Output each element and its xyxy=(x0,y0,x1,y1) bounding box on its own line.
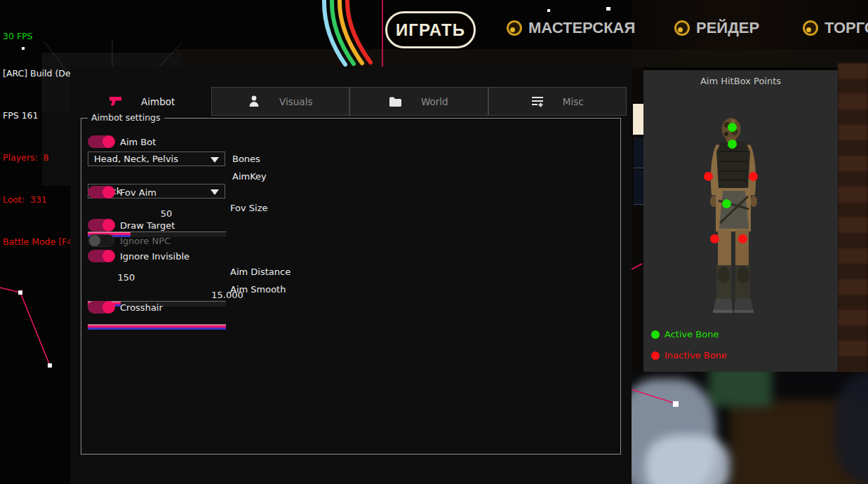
aim-bot-row: Aim Bot xyxy=(88,135,156,148)
active-bone-dot-icon xyxy=(651,330,660,339)
hitbox-point-left-shoulder xyxy=(704,172,713,181)
person-icon xyxy=(248,95,260,108)
hitbox-preview-panel: Aim HitBox Points xyxy=(643,70,838,372)
background-scene xyxy=(625,372,868,484)
hitbox-point-head xyxy=(728,123,737,132)
toggle-knob xyxy=(102,186,115,199)
fov-aim-row: Fov Aim xyxy=(88,186,156,199)
tab-label: Aimbot xyxy=(141,96,175,107)
aim-smooth-slider[interactable] xyxy=(88,324,226,330)
sliders-icon xyxy=(531,95,544,108)
nav-item-label: ТОРГО xyxy=(824,19,868,37)
ignore-npc-label: Ignore NPC xyxy=(120,236,171,246)
cheat-menu-window: Aimbot Visuals World Misc xyxy=(70,67,632,484)
legend-inactive-bone: Inactive Bone xyxy=(651,350,727,361)
folder-icon xyxy=(389,95,402,108)
fov-size-value: 50 xyxy=(156,208,177,219)
aim-smooth-label: Aim Smooth xyxy=(230,284,286,295)
background-band xyxy=(175,49,868,67)
coin-icon xyxy=(803,20,818,36)
bones-dropdown-value: Head, Neck, Pelvis xyxy=(94,154,178,164)
nav-item-workshop[interactable]: МАСТЕРСКАЯ xyxy=(507,19,635,37)
draw-target-row: Draw Target xyxy=(88,219,175,231)
toggle-knob xyxy=(102,219,115,231)
fov-size-label: Fov Size xyxy=(230,203,267,213)
hitbox-point-right-shoulder xyxy=(749,172,758,181)
draw-target-label: Draw Target xyxy=(120,220,175,231)
ignore-invisible-toggle[interactable] xyxy=(88,250,114,262)
draw-target-toggle[interactable] xyxy=(88,219,114,231)
aim-distance-value: 150 xyxy=(112,272,140,283)
nav-item-label: РЕЙДЕР xyxy=(696,19,759,37)
ignore-npc-row: Ignore NPC xyxy=(88,234,171,247)
legend-label: Inactive Bone xyxy=(665,350,727,361)
coin-icon xyxy=(507,20,522,36)
chevron-down-icon xyxy=(211,157,219,163)
game-screen: 30 FPS [ARC] Build (Dec 28 2025, 09:43:3… xyxy=(0,0,868,484)
tab-label: Visuals xyxy=(279,96,312,107)
tab-visuals[interactable]: Visuals xyxy=(211,87,350,116)
toggle-knob xyxy=(102,301,115,314)
background-texture xyxy=(838,63,868,373)
bones-label: Bones xyxy=(232,154,260,164)
legend-label: Active Bone xyxy=(665,329,719,340)
toggle-knob xyxy=(89,235,100,246)
coin-icon xyxy=(674,20,690,36)
background-green-sign xyxy=(709,372,772,407)
hitbox-point-left-thigh xyxy=(710,234,719,243)
tab-bar: Aimbot Visuals World Misc xyxy=(74,87,627,116)
background-poster xyxy=(646,435,730,484)
fov-aim-toggle[interactable] xyxy=(88,186,114,199)
pistol-icon xyxy=(109,95,122,108)
background-window xyxy=(634,170,644,205)
chevron-down-icon xyxy=(211,189,219,195)
aimbot-settings-group: Aimbot settings Aim Bot Head, Neck, Pelv… xyxy=(81,118,621,455)
inactive-bone-dot-icon xyxy=(651,351,660,360)
fov-aim-label: Fov Aim xyxy=(120,187,156,198)
bones-dropdown[interactable]: Head, Neck, Pelvis xyxy=(88,152,225,166)
neon-rainbow-sign xyxy=(300,0,392,67)
hud-fps-overlay: 30 FPS xyxy=(3,29,163,43)
aim-bot-toggle[interactable] xyxy=(88,135,114,148)
slider-fill xyxy=(88,325,226,330)
tab-label: Misc xyxy=(563,96,584,107)
toggle-knob xyxy=(102,250,115,262)
crosshair-toggle[interactable] xyxy=(88,301,114,314)
ignore-npc-toggle[interactable] xyxy=(88,234,114,247)
hitbox-point-neck xyxy=(728,140,737,149)
nav-item-label: МАСТЕРСКАЯ xyxy=(528,19,635,37)
crosshair-row: Crosshair xyxy=(88,301,163,314)
group-title: Aimbot settings xyxy=(88,112,164,123)
tab-label: World xyxy=(421,96,448,107)
crosshair-label: Crosshair xyxy=(120,302,163,313)
aim-bot-label: Aim Bot xyxy=(120,137,156,147)
tab-world[interactable]: World xyxy=(349,87,488,116)
ignore-invisible-label: Ignore Invisible xyxy=(120,251,189,262)
hitbox-point-pelvis xyxy=(722,199,731,208)
aim-distance-label: Aim Distance xyxy=(230,267,291,277)
ignore-invisible-row: Ignore Invisible xyxy=(88,250,189,262)
play-button[interactable]: ИГРАТЬ xyxy=(385,11,476,48)
nav-item-raider[interactable]: РЕЙДЕР xyxy=(674,19,759,37)
background-window xyxy=(634,137,644,168)
tab-aimbot[interactable]: Aimbot xyxy=(74,87,211,116)
tab-misc[interactable]: Misc xyxy=(488,87,627,116)
hitbox-panel-title: Aim HitBox Points xyxy=(643,76,838,86)
legend-active-bone: Active Bone xyxy=(651,329,719,340)
hitbox-point-right-thigh xyxy=(738,234,747,243)
nav-item-trader[interactable]: ТОРГО xyxy=(803,19,868,37)
aimkey-label: AimKey xyxy=(232,171,267,182)
toggle-knob xyxy=(102,135,115,148)
